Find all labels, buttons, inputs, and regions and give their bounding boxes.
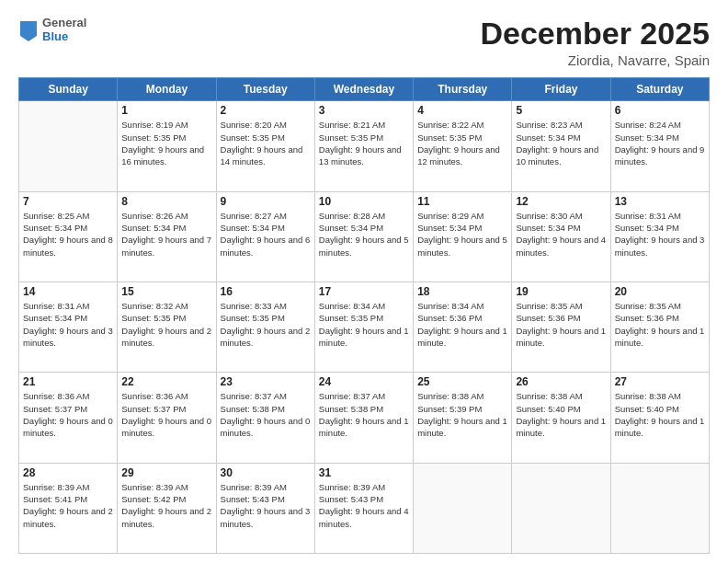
cell-sunrise: Sunrise: 8:34 AMSunset: 5:36 PMDaylight:… xyxy=(417,301,507,348)
calendar-table: SundayMondayTuesdayWednesdayThursdayFrid… xyxy=(18,77,710,554)
cell-sunrise: Sunrise: 8:33 AMSunset: 5:35 PMDaylight:… xyxy=(221,301,311,348)
logo: General Blue xyxy=(18,17,86,44)
calendar-cell: 21 Sunrise: 8:36 AMSunset: 5:37 PMDaylig… xyxy=(19,373,118,463)
weekday-header-wednesday: Wednesday xyxy=(314,78,413,101)
cell-sunrise: Sunrise: 8:27 AMSunset: 5:34 PMDaylight:… xyxy=(221,211,311,258)
calendar-cell: 6 Sunrise: 8:24 AMSunset: 5:34 PMDayligh… xyxy=(610,101,709,191)
day-number: 16 xyxy=(221,285,311,298)
weekday-header-tuesday: Tuesday xyxy=(216,78,314,101)
cell-sunrise: Sunrise: 8:39 AMSunset: 5:42 PMDaylight:… xyxy=(121,482,211,529)
calendar-cell: 29 Sunrise: 8:39 AMSunset: 5:42 PMDaylig… xyxy=(118,463,216,553)
calendar-cell: 9 Sunrise: 8:27 AMSunset: 5:34 PMDayligh… xyxy=(216,191,314,282)
page: General Blue December 2025 Ziordia, Nava… xyxy=(0,0,728,563)
day-number: 1 xyxy=(121,104,211,117)
calendar-cell: 30 Sunrise: 8:39 AMSunset: 5:43 PMDaylig… xyxy=(216,463,314,553)
cell-sunrise: Sunrise: 8:38 AMSunset: 5:40 PMDaylight:… xyxy=(615,391,705,438)
day-number: 21 xyxy=(23,375,113,388)
calendar-cell: 28 Sunrise: 8:39 AMSunset: 5:41 PMDaylig… xyxy=(19,463,118,553)
day-number: 2 xyxy=(221,104,311,117)
day-number: 3 xyxy=(319,104,409,117)
cell-sunrise: Sunrise: 8:29 AMSunset: 5:34 PMDaylight:… xyxy=(417,211,507,258)
day-number: 29 xyxy=(121,466,211,479)
title-block: December 2025 Ziordia, Navarre, Spain xyxy=(480,17,710,68)
cell-sunrise: Sunrise: 8:35 AMSunset: 5:36 PMDaylight:… xyxy=(516,301,606,348)
day-number: 27 xyxy=(615,375,705,388)
calendar-cell: 26 Sunrise: 8:38 AMSunset: 5:40 PMDaylig… xyxy=(512,373,610,463)
day-number: 15 xyxy=(121,285,211,298)
calendar-cell: 7 Sunrise: 8:25 AMSunset: 5:34 PMDayligh… xyxy=(19,191,118,282)
day-number: 14 xyxy=(23,285,113,298)
day-number: 30 xyxy=(221,466,311,479)
calendar-cell: 18 Sunrise: 8:34 AMSunset: 5:36 PMDaylig… xyxy=(414,282,512,373)
cell-sunrise: Sunrise: 8:23 AMSunset: 5:34 PMDaylight:… xyxy=(516,120,598,167)
cell-sunrise: Sunrise: 8:37 AMSunset: 5:38 PMDaylight:… xyxy=(221,391,311,438)
calendar-cell: 27 Sunrise: 8:38 AMSunset: 5:40 PMDaylig… xyxy=(610,373,709,463)
day-number: 7 xyxy=(23,195,113,208)
calendar-cell: 13 Sunrise: 8:31 AMSunset: 5:34 PMDaylig… xyxy=(610,191,709,282)
cell-sunrise: Sunrise: 8:22 AMSunset: 5:35 PMDaylight:… xyxy=(417,120,500,167)
calendar-cell: 1 Sunrise: 8:19 AMSunset: 5:35 PMDayligh… xyxy=(118,101,216,191)
cell-sunrise: Sunrise: 8:21 AMSunset: 5:35 PMDaylight:… xyxy=(319,120,402,167)
calendar-cell: 31 Sunrise: 8:39 AMSunset: 5:43 PMDaylig… xyxy=(314,463,413,553)
day-number: 19 xyxy=(516,285,606,298)
cell-sunrise: Sunrise: 8:38 AMSunset: 5:40 PMDaylight:… xyxy=(516,391,606,438)
weekday-header-sunday: Sunday xyxy=(19,78,118,101)
weekday-header-row: SundayMondayTuesdayWednesdayThursdayFrid… xyxy=(19,78,710,101)
calendar-cell xyxy=(19,101,118,191)
cell-sunrise: Sunrise: 8:36 AMSunset: 5:37 PMDaylight:… xyxy=(121,391,211,438)
day-number: 18 xyxy=(417,285,507,298)
day-number: 5 xyxy=(516,104,606,117)
cell-sunrise: Sunrise: 8:30 AMSunset: 5:34 PMDaylight:… xyxy=(516,211,606,258)
calendar-cell: 23 Sunrise: 8:37 AMSunset: 5:38 PMDaylig… xyxy=(216,373,314,463)
calendar-week-row: 1 Sunrise: 8:19 AMSunset: 5:35 PMDayligh… xyxy=(19,101,710,191)
calendar-cell: 19 Sunrise: 8:35 AMSunset: 5:36 PMDaylig… xyxy=(512,282,610,373)
calendar-cell: 14 Sunrise: 8:31 AMSunset: 5:34 PMDaylig… xyxy=(19,282,118,373)
day-number: 8 xyxy=(121,195,211,208)
weekday-header-friday: Friday xyxy=(512,78,610,101)
calendar-cell: 10 Sunrise: 8:28 AMSunset: 5:34 PMDaylig… xyxy=(314,191,413,282)
calendar-cell xyxy=(610,463,709,553)
weekday-header-monday: Monday xyxy=(118,78,216,101)
day-number: 25 xyxy=(417,375,507,388)
cell-sunrise: Sunrise: 8:39 AMSunset: 5:41 PMDaylight:… xyxy=(23,482,113,529)
calendar-cell: 17 Sunrise: 8:34 AMSunset: 5:35 PMDaylig… xyxy=(314,282,413,373)
calendar-cell: 22 Sunrise: 8:36 AMSunset: 5:37 PMDaylig… xyxy=(118,373,216,463)
calendar-cell: 16 Sunrise: 8:33 AMSunset: 5:35 PMDaylig… xyxy=(216,282,314,373)
calendar-cell: 20 Sunrise: 8:35 AMSunset: 5:36 PMDaylig… xyxy=(610,282,709,373)
weekday-header-thursday: Thursday xyxy=(414,78,512,101)
day-number: 24 xyxy=(319,375,409,388)
calendar-week-row: 21 Sunrise: 8:36 AMSunset: 5:37 PMDaylig… xyxy=(19,373,710,463)
cell-sunrise: Sunrise: 8:31 AMSunset: 5:34 PMDaylight:… xyxy=(23,301,113,348)
cell-sunrise: Sunrise: 8:36 AMSunset: 5:37 PMDaylight:… xyxy=(23,391,113,438)
cell-sunrise: Sunrise: 8:39 AMSunset: 5:43 PMDaylight:… xyxy=(221,482,311,529)
weekday-header-saturday: Saturday xyxy=(610,78,709,101)
cell-sunrise: Sunrise: 8:34 AMSunset: 5:35 PMDaylight:… xyxy=(319,301,409,348)
calendar-week-row: 7 Sunrise: 8:25 AMSunset: 5:34 PMDayligh… xyxy=(19,191,710,282)
day-number: 6 xyxy=(615,104,705,117)
logo-blue-text: Blue xyxy=(42,30,86,44)
cell-sunrise: Sunrise: 8:37 AMSunset: 5:38 PMDaylight:… xyxy=(319,391,409,438)
logo-text: General Blue xyxy=(42,17,86,44)
calendar-cell: 8 Sunrise: 8:26 AMSunset: 5:34 PMDayligh… xyxy=(118,191,216,282)
calendar-cell xyxy=(414,463,512,553)
calendar-cell: 11 Sunrise: 8:29 AMSunset: 5:34 PMDaylig… xyxy=(414,191,512,282)
cell-sunrise: Sunrise: 8:28 AMSunset: 5:34 PMDaylight:… xyxy=(319,211,409,258)
calendar-week-row: 14 Sunrise: 8:31 AMSunset: 5:34 PMDaylig… xyxy=(19,282,710,373)
cell-sunrise: Sunrise: 8:25 AMSunset: 5:34 PMDaylight:… xyxy=(23,211,113,258)
calendar-cell: 3 Sunrise: 8:21 AMSunset: 5:35 PMDayligh… xyxy=(314,101,413,191)
title-location: Ziordia, Navarre, Spain xyxy=(480,52,710,68)
calendar-cell xyxy=(512,463,610,553)
day-number: 22 xyxy=(121,375,211,388)
day-number: 13 xyxy=(615,195,705,208)
calendar-cell: 25 Sunrise: 8:38 AMSunset: 5:39 PMDaylig… xyxy=(414,373,512,463)
cell-sunrise: Sunrise: 8:26 AMSunset: 5:34 PMDaylight:… xyxy=(121,211,211,258)
logo-icon xyxy=(18,17,39,43)
day-number: 31 xyxy=(319,466,409,479)
day-number: 26 xyxy=(516,375,606,388)
cell-sunrise: Sunrise: 8:24 AMSunset: 5:34 PMDaylight:… xyxy=(615,120,705,167)
day-number: 23 xyxy=(221,375,311,388)
cell-sunrise: Sunrise: 8:38 AMSunset: 5:39 PMDaylight:… xyxy=(417,391,507,438)
header: General Blue December 2025 Ziordia, Nava… xyxy=(18,17,710,68)
day-number: 11 xyxy=(417,195,507,208)
logo-general-text: General xyxy=(42,17,86,30)
